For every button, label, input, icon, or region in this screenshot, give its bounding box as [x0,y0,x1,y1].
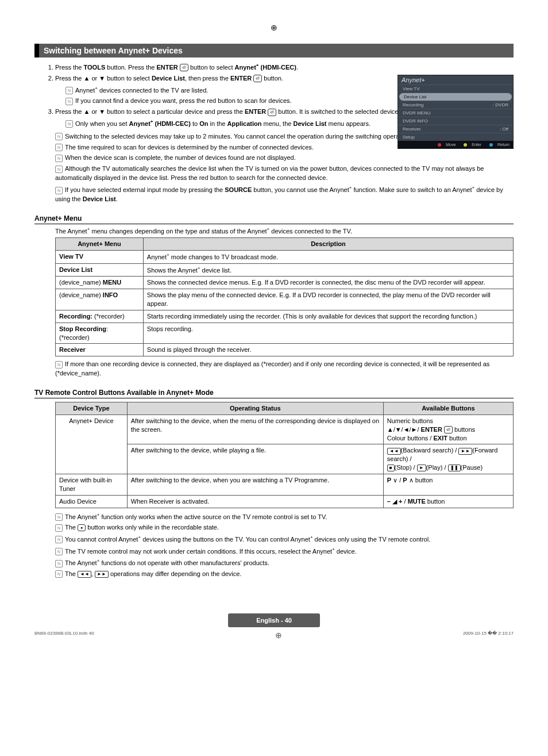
th-type: Device Type [56,402,128,415]
page-footer: English - 40 [228,613,320,627]
note-icon: N [55,524,63,532]
anynet-menu-table: Anynet+ MenuDescription View TVAnynet+ m… [55,237,514,356]
step-1: Press the TOOLS button. Press the ENTER … [55,62,514,72]
anynet-menu-heading: Anynet+ Menu [34,214,514,224]
osd-row: Setup [398,133,513,141]
cell-op: After switching to the device, while pla… [127,444,383,474]
note-b-2: NThe ● button works only while in the re… [55,523,514,532]
note-b-6: NThe ◄◄, ►► operations may differ depend… [55,570,514,579]
note-icon: N [65,87,73,94]
note-item: NWhen the device scan is complete, the n… [55,153,514,163]
table-row: Device with built-in Tuner After switchi… [56,474,514,496]
cell-menu: Device List [56,263,144,277]
cell-menu: (device_name) INFO [56,289,144,310]
doc-meta-right: 2009-10-15 �� 2:10:17 [463,631,514,640]
osd-row: DVDR INFO [398,117,513,125]
note-icon: N [55,166,63,173]
th-op: Operating Status [127,402,383,415]
osd-footer-return: Return [497,143,510,147]
enter-icon: ⏎ [180,64,188,71]
table-row: (device_name) INFOShows the play menu of… [56,289,514,310]
menu-after-note: NIf more than one recording device is co… [34,360,514,378]
cell-desc: Anynet+ mode changes to TV broadcast mod… [143,251,513,264]
cell-type: Anynet+ Device [56,415,128,474]
note-icon: N [55,144,63,151]
table-row: (device_name) MENUShows the connected de… [56,277,514,289]
enter-icon: ⏎ [444,426,453,433]
cell-menu: Stop Recording: (*recorder) [56,323,144,344]
record-icon: ● [78,524,86,531]
play-icon: ► [417,465,426,471]
rewind-icon: ◄◄ [387,448,401,455]
cell-op: After switching to the device, when you … [127,474,383,496]
cell-menu: Receiver [56,344,144,356]
cell-desc: Shows the play menu of the connected dev… [143,289,513,310]
note-icon: N [55,513,63,521]
cell-desc: Starts recording immediately using the r… [143,310,513,323]
osd-title: Anynet+ [398,75,513,85]
osd-row: View TV [398,85,513,93]
cell-menu: Recording: (*recorder) [56,310,144,323]
table-row: ReceiverSound is played through the rece… [56,344,514,356]
osd-row: Device List [399,93,512,101]
menu-after-note-item: NIf more than one recording device is co… [55,360,514,378]
registration-mark-bottom: ⊕ [275,631,282,640]
note-b-1: NThe Anynet+ function only works when th… [55,512,514,522]
cell-desc: Stops recording. [143,323,513,344]
table-row: Anynet+ Device After switching to the de… [56,415,514,444]
osd-row: Recording: DVDR [398,101,513,109]
note-icon: N [65,120,73,128]
osd-row: Receiver: Off [398,125,513,133]
osd-footer-enter: Enter [472,143,481,147]
cell-desc: Shows the Anynet+ device list. [143,263,513,277]
note-icon: N [55,133,63,140]
enter-icon: ⏎ [253,75,262,82]
note-b-4: NThe TV remote control may not work unde… [55,546,514,557]
doc-meta: BN68-02388B-03L10.indb 40 ⊕ 2009-10-15 �… [34,631,514,640]
pause-icon: ❚❚ [448,465,461,471]
cell-av: ◄◄(Backward search) / ►►(Forward search)… [383,444,513,474]
note-icon: N [55,560,63,567]
enter-icon: ⏎ [268,109,276,116]
ffwd-icon: ►► [458,448,472,455]
section-title: Switching between Anynet+ Devices [34,44,514,57]
cell-av: Numeric buttons▲/▼/◄/►/ ENTER ⏎ buttonsC… [383,415,513,444]
ffwd-icon: ►► [95,571,109,578]
remote-heading: TV Remote Control Buttons Available in A… [34,389,514,398]
cell-av: P ∨ / P ∧ button [383,474,513,496]
th-menu: Anynet+ Menu [56,238,144,251]
note-item: NAlthough the TV automatically searches … [55,164,514,183]
table-row: View TVAnynet+ mode changes to TV broadc… [56,251,514,264]
rewind-icon: ◄◄ [78,571,91,578]
notes-list-a-last: NIf you have selected external input mod… [34,185,514,204]
table-row: Stop Recording: (*recorder)Stops recordi… [56,323,514,344]
note-icon: N [55,548,63,555]
th-desc: Description [143,238,513,251]
note-b-5: NThe Anynet+ functions do not operate wi… [55,558,514,568]
anynet-menu-intro: The Anynet+ menu changes depending on th… [55,227,514,235]
notes-list-b: NThe Anynet+ function only works when th… [34,512,514,579]
th-av: Available Buttons [383,402,513,415]
osd-preview: Anynet+ View TVDevice ListRecording: DVD… [398,75,514,149]
cell-desc: Shows the connected device menus. E.g. I… [143,277,513,289]
section-title-text: Switching between Anynet+ Devices [44,46,183,55]
note-icon: N [55,155,63,162]
remote-table: Device Type Operating Status Available B… [55,402,514,508]
table-row: Recording: (*recorder)Starts recording i… [56,310,514,323]
osd-footer: Move Enter Return [398,141,513,148]
table-row: Audio Device When Receiver is activated.… [56,495,514,508]
note-b-3: NYou cannot control Anynet+ devices usin… [55,534,514,544]
osd-footer-move: Move [446,143,456,147]
note-icon: N [55,187,63,194]
table-row: Device ListShows the Anynet+ device list… [56,263,514,277]
cell-op: When Receiver is activated. [127,495,383,508]
note-icon: N [55,361,63,369]
registration-mark-top: ⊕ [34,23,514,32]
stop-icon: ■ [387,465,395,471]
cell-type: Device with built-in Tuner [56,474,128,496]
cell-desc: Sound is played through the receiver. [143,344,513,356]
osd-row: DVDR MENU [398,109,513,117]
cell-av: – ◢ + / MUTE button [383,495,513,508]
note-icon: N [55,536,63,543]
note-icon: N [65,98,73,105]
